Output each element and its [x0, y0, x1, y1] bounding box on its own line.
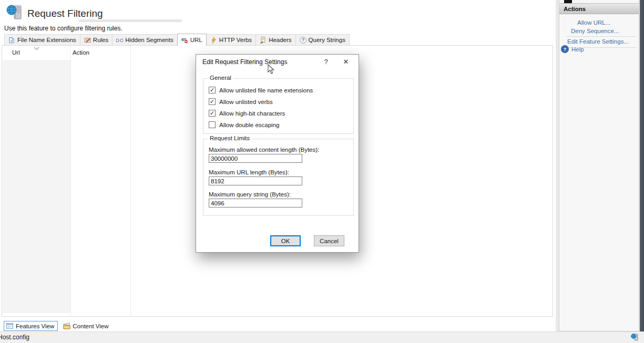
allow-unlisted-verbs-checkbox[interactable]: ✓ — [209, 98, 216, 105]
configuration-path-text: Host.config — [0, 334, 29, 341]
features-view-label: Features View — [16, 323, 54, 329]
dialog-title: Edit Request Filtering Settings — [202, 58, 287, 66]
dialog-titlebar[interactable]: Edit Request Filtering Settings ? ✕ — [196, 55, 359, 69]
actions-header: Actions — [559, 3, 639, 14]
url-column-shade — [3, 60, 70, 313]
deny-sequence-link[interactable]: Deny Sequence... — [571, 28, 619, 34]
request-filtering-icon — [6, 4, 23, 22]
tab-label: HTTP Verbs — [219, 37, 252, 43]
sort-descending-icon — [34, 47, 39, 50]
allow-unlisted-file-name-extensions-checkbox[interactable]: ✓ — [209, 87, 216, 93]
checkbox-label: Allow unlisted verbs — [219, 99, 273, 105]
allow-double-escaping-checkbox[interactable] — [209, 121, 216, 128]
edit-request-filtering-settings-dialog: Edit Request Filtering Settings ? ✕ Gene… — [196, 54, 359, 253]
request-limits-group-label: Request Limits — [208, 135, 252, 141]
actions-separator — [567, 36, 637, 37]
help-label: Help — [571, 46, 584, 53]
iis-config-icon — [631, 333, 639, 341]
tab-query-strings[interactable]: ? Query Strings — [295, 34, 350, 46]
allow-url-link[interactable]: Allow URL... — [577, 19, 610, 26]
page-subtitle: Use this feature to configure filtering … — [4, 25, 122, 32]
tab-label: File Name Extensions — [17, 37, 76, 43]
tab-label: Headers — [269, 37, 291, 43]
tab-http-verbs[interactable]: HTTP Verbs — [206, 34, 256, 46]
general-group-label: General — [208, 75, 233, 81]
checkbox-label: Allow double escaping — [219, 122, 279, 128]
url-icon — [181, 37, 188, 44]
hidden-segments-icon — [116, 37, 123, 44]
max-url-length-label: Maximum URL length (Bytes): — [209, 169, 289, 175]
status-bar: Host.config — [0, 331, 644, 343]
actions-pane: Actions Allow URL... Deny Sequence... Ed… — [559, 0, 639, 331]
max-content-length-input[interactable] — [209, 154, 302, 163]
window-edge — [640, 0, 644, 331]
tab-label: Query Strings — [309, 37, 345, 43]
allow-high-bit-characters-checkbox[interactable]: ✓ — [209, 110, 216, 117]
dialog-help-button[interactable]: ? — [318, 55, 334, 68]
content-view-label: Content View — [73, 323, 108, 329]
features-view-icon — [6, 323, 14, 329]
ok-button[interactable]: OK — [270, 235, 301, 246]
tab-label: Hidden Segments — [125, 37, 173, 43]
tab-label: URL — [190, 37, 202, 43]
rules-icon — [84, 37, 91, 44]
content-view-tab[interactable]: Content View — [60, 321, 112, 331]
help-action[interactable]: ? Help — [561, 45, 584, 53]
column-header-action[interactable]: Action — [73, 49, 89, 56]
http-verbs-icon — [210, 37, 217, 44]
general-groupbox: General ✓ Allow unlisted file name exten… — [203, 78, 354, 134]
view-switcher: Features View Content View — [4, 320, 113, 331]
max-url-length-input[interactable] — [209, 176, 302, 185]
features-view-tab[interactable]: Features View — [4, 321, 58, 331]
checkbox-row[interactable]: ✓ Allow unlisted verbs — [209, 98, 273, 105]
cancel-button[interactable]: Cancel — [314, 235, 344, 246]
dialog-close-button[interactable]: ✕ — [338, 55, 354, 68]
max-query-string-input[interactable] — [209, 199, 302, 207]
query-strings-icon: ? — [300, 37, 306, 44]
svg-text:?: ? — [301, 37, 304, 43]
checkbox-row[interactable]: Allow double escaping — [209, 121, 279, 128]
checkbox-label: Allow unlisted file name extensions — [219, 87, 313, 93]
help-icon: ? — [561, 45, 569, 53]
tab-headers[interactable]: Headers — [255, 34, 295, 46]
file-name-extensions-icon — [8, 37, 15, 44]
headers-icon — [260, 37, 267, 44]
column-header-url[interactable]: Url — [12, 49, 20, 56]
checkbox-row[interactable]: ✓ Allow high-bit characters — [209, 110, 285, 117]
blurred-region — [79, 19, 182, 22]
edit-feature-settings-link[interactable]: Edit Feature Settings... — [567, 38, 629, 45]
tab-rules[interactable]: Rules — [80, 34, 113, 46]
filter-tab-strip: File Name Extensions Rules Hidden Segmen… — [4, 34, 349, 46]
max-content-length-label: Maximum allowed content length (Bytes): — [209, 147, 319, 153]
page-title: Request Filtering — [27, 8, 103, 19]
content-view-icon — [63, 323, 70, 329]
tab-file-name-extensions[interactable]: File Name Extensions — [4, 34, 80, 46]
tab-url[interactable]: URL — [177, 34, 207, 46]
checkbox-row[interactable]: ✓ Allow unlisted file name extensions — [209, 87, 313, 93]
request-limits-groupbox: Request Limits Maximum allowed content l… — [203, 139, 354, 216]
column-separator — [70, 46, 71, 316]
iis-request-filtering-page: Request Filtering Use this feature to co… — [0, 0, 644, 343]
svg-text:?: ? — [564, 46, 567, 52]
tab-label: Rules — [93, 37, 108, 43]
checkbox-label: Allow high-bit characters — [219, 110, 285, 117]
column-separator — [130, 46, 131, 316]
tab-hidden-segments[interactable]: Hidden Segments — [112, 34, 177, 46]
max-query-string-label: Maximum query string (Bytes): — [209, 191, 291, 198]
